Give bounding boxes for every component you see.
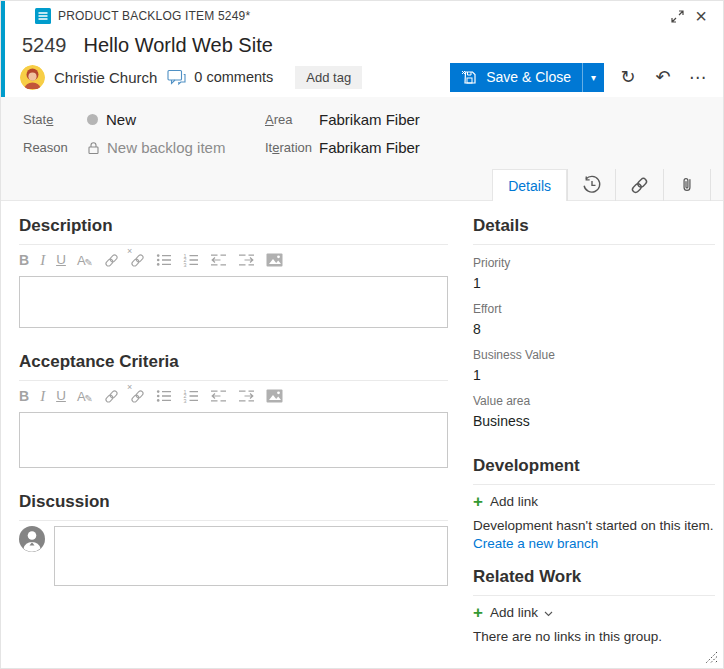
chevron-down-icon (544, 611, 553, 617)
assignee-name: Christie Church (54, 69, 157, 86)
tab-strip: Details (492, 169, 711, 201)
italic-button[interactable]: I (40, 389, 45, 404)
field-band: State New Area Fabrikam Fiber Reason New… (1, 97, 723, 201)
refresh-button[interactable]: ↻ (617, 68, 639, 86)
reason-label: Reason (23, 140, 87, 155)
insert-image-button[interactable] (266, 389, 283, 403)
close-icon: × (695, 6, 707, 26)
indent-icon (238, 388, 255, 404)
state-label: State (23, 112, 87, 127)
work-item-title-field[interactable]: Hello World Web Site (84, 34, 273, 57)
value-area-label: Value area (473, 394, 715, 408)
details-heading: Details (473, 214, 715, 238)
save-close-label: Save & Close (486, 69, 571, 85)
section-divider (19, 520, 448, 521)
value-area-field[interactable]: Business (473, 413, 715, 429)
business-value-field[interactable]: 1 (473, 367, 715, 383)
acceptance-criteria-input[interactable] (19, 412, 448, 468)
bullet-list-button[interactable] (156, 252, 172, 268)
bold-button[interactable]: B (19, 389, 29, 403)
italic-button[interactable]: I (40, 253, 45, 268)
acceptance-editor-toolbar: B I U A✎ × 123 (19, 386, 448, 406)
outdent-button[interactable] (210, 252, 227, 268)
left-column: Description B I U A✎ × 123 Acceptance Cr… (1, 201, 448, 644)
iteration-field[interactable]: Fabrikam Fiber (319, 139, 723, 156)
undo-button[interactable]: ↶ (652, 68, 674, 86)
effort-field[interactable]: 8 (473, 321, 715, 337)
more-options-button[interactable]: ⋯ (687, 69, 709, 86)
paperclip-icon (678, 176, 696, 194)
close-button[interactable]: × (689, 4, 713, 28)
comment-bubble-icon (167, 69, 186, 86)
section-divider (473, 244, 715, 245)
state-field[interactable]: New (87, 111, 265, 128)
tab-history[interactable] (567, 169, 615, 201)
image-icon (266, 389, 283, 403)
effort-label: Effort (473, 302, 715, 316)
state-value: New (106, 111, 136, 128)
bullet-list-button[interactable] (156, 388, 172, 404)
command-bar: Christie Church 0 comments Add tag Save … (1, 57, 723, 97)
save-split-button: Save & Close ▾ (450, 63, 604, 92)
lock-icon (87, 141, 100, 155)
discussion-heading: Discussion (19, 490, 448, 514)
create-branch-link[interactable]: Create a new branch (473, 536, 715, 551)
discussion-comment-input[interactable] (54, 526, 448, 586)
section-divider (473, 595, 715, 596)
link-icon (104, 389, 119, 404)
svg-text:3: 3 (184, 398, 187, 404)
outdent-button[interactable] (210, 388, 227, 404)
underline-button[interactable]: U (56, 253, 66, 267)
business-value-label: Business Value (473, 348, 715, 362)
remove-link-button[interactable]: × (130, 253, 145, 268)
tab-attachments[interactable] (663, 169, 711, 201)
outdent-icon (210, 388, 227, 404)
comments-button[interactable]: 0 comments (167, 69, 273, 86)
numbered-list-button[interactable]: 123 (183, 388, 199, 404)
area-value: Fabrikam Fiber (319, 111, 420, 128)
area-field[interactable]: Fabrikam Fiber (319, 111, 723, 128)
tab-links[interactable] (615, 169, 663, 201)
related-add-link-button[interactable]: + Add link (473, 605, 715, 620)
numbered-list-icon: 123 (183, 252, 199, 268)
development-status-text: Development hasn't started on this item. (473, 518, 715, 534)
bullet-list-icon (156, 252, 172, 268)
highlight-button[interactable]: A✎ (77, 254, 93, 267)
right-column: Details Priority 1 Effort 8 Business Val… (473, 201, 715, 644)
content-area: Description B I U A✎ × 123 Acceptance Cr… (1, 201, 723, 644)
acceptance-criteria-heading: Acceptance Criteria (19, 350, 448, 374)
bullet-list-icon (156, 388, 172, 404)
add-link-label: Add link (490, 605, 538, 620)
assigned-to-field[interactable]: Christie Church (20, 65, 157, 90)
save-close-button[interactable]: Save & Close (450, 63, 582, 92)
description-input[interactable] (19, 276, 448, 328)
insert-image-button[interactable] (266, 253, 283, 267)
maximize-button[interactable] (665, 4, 689, 28)
related-work-heading: Related Work (473, 565, 715, 589)
tab-details[interactable]: Details (492, 169, 567, 201)
insert-link-button[interactable] (104, 389, 119, 404)
insert-link-button[interactable] (104, 253, 119, 268)
user-avatar-icon (19, 526, 45, 586)
indent-icon (238, 252, 255, 268)
underline-button[interactable]: U (56, 389, 66, 403)
discussion-row (19, 526, 448, 586)
save-options-dropdown[interactable]: ▾ (582, 63, 604, 92)
outdent-icon (210, 252, 227, 268)
resize-grip[interactable] (703, 649, 718, 664)
iteration-value: Fabrikam Fiber (319, 139, 420, 156)
reason-value: New backlog item (107, 139, 225, 156)
development-heading: Development (473, 454, 715, 478)
development-add-link-button[interactable]: + Add link (473, 494, 715, 509)
bold-button[interactable]: B (19, 253, 29, 267)
numbered-list-button[interactable]: 123 (183, 252, 199, 268)
priority-field[interactable]: 1 (473, 275, 715, 291)
add-tag-button[interactable]: Add tag (295, 66, 362, 89)
highlight-button[interactable]: A✎ (77, 390, 93, 403)
work-item-dialog: PRODUCT BACKLOG ITEM 5249* × 5249 Hello … (0, 0, 724, 669)
refresh-icon: ↻ (620, 67, 635, 87)
indent-button[interactable] (238, 388, 255, 404)
indent-button[interactable] (238, 252, 255, 268)
remove-link-button[interactable]: × (130, 389, 145, 404)
reason-field: New backlog item (87, 139, 265, 156)
